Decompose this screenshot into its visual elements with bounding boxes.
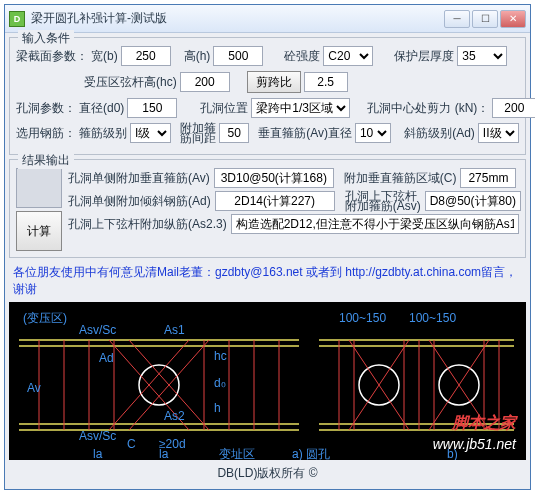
svg-text:a) 圆孔: a) 圆孔	[292, 447, 330, 460]
width-label: 宽(b)	[91, 48, 118, 65]
svg-text:100~150: 100~150	[409, 311, 456, 325]
shear-ratio-button[interactable]: 剪跨比	[247, 71, 301, 93]
av-label: 孔洞单侧附加垂直箍筋(Av)	[68, 170, 210, 187]
svg-text:变址区: 变址区	[219, 447, 255, 460]
c-label: 附加垂直箍筋区域(C)	[344, 170, 457, 187]
window-buttons: ─ ☐ ✕	[444, 10, 526, 28]
minimize-button[interactable]: ─	[444, 10, 470, 28]
svg-text:Av: Av	[27, 381, 41, 395]
concrete-label: 砼强度	[284, 48, 320, 65]
input-groupbox: 输入条件 梁截面参数： 宽(b) 高(h) 砼强度 C20 保护层厚度 35 受…	[9, 37, 526, 155]
diag-grade-label: 斜筋级别(Ad)	[404, 125, 475, 142]
dia-input[interactable]	[127, 98, 177, 118]
height-input[interactable]	[213, 46, 263, 66]
ad-output[interactable]	[215, 191, 335, 211]
svg-text:d₀: d₀	[214, 376, 226, 390]
c-output[interactable]	[460, 168, 516, 188]
asv-label: 孔洞上下弦杆附加箍筋(Asv)	[345, 191, 421, 211]
dia-label: 直径(d0)	[79, 100, 124, 117]
height-label: 高(h)	[184, 48, 211, 65]
svg-text:la: la	[93, 447, 103, 460]
app-window: D 梁开圆孔补强计算-测试版 ─ ☐ ✕ 输入条件 梁截面参数： 宽(b) 高(…	[4, 4, 531, 490]
svg-text:hc: hc	[214, 349, 227, 363]
pos-label: 孔洞位置	[200, 100, 248, 117]
av-output[interactable]	[214, 168, 334, 188]
svg-text:As1: As1	[164, 323, 185, 337]
pos-select[interactable]: 梁跨中1/3区域	[251, 98, 350, 118]
svg-text:(变压区): (变压区)	[23, 311, 67, 325]
output-group-title: 结果输出	[18, 152, 74, 169]
maximize-button[interactable]: ☐	[472, 10, 498, 28]
asv-output[interactable]	[425, 191, 521, 211]
diagram-icon	[16, 168, 62, 208]
as-label: 孔洞上下弦杆附加纵筋(As2.3)	[68, 216, 227, 233]
comp-label: 受压区弦杆高(hc)	[84, 74, 177, 91]
output-groupbox: 结果输出 计算 孔洞单侧附加垂直箍筋(Av) 附加垂直箍筋区域(C) 孔洞单侧附…	[9, 159, 526, 258]
svg-text:h: h	[214, 401, 221, 415]
comp-input[interactable]	[180, 72, 230, 92]
calculate-button[interactable]: 计算	[16, 211, 62, 251]
titlebar: D 梁开圆孔补强计算-测试版 ─ ☐ ✕	[5, 5, 530, 33]
stirrup-spacing-input[interactable]	[219, 123, 249, 143]
shear-input[interactable]	[492, 98, 535, 118]
input-group-title: 输入条件	[18, 30, 74, 47]
svg-text:Asv/Sc: Asv/Sc	[79, 323, 116, 337]
vert-dia-select[interactable]: 10	[355, 123, 391, 143]
stirrup-spacing-label: 附加箍筋间距	[180, 123, 216, 143]
hole-label: 孔洞参数：	[16, 100, 76, 117]
section-label: 梁截面参数：	[16, 48, 88, 65]
app-icon: D	[9, 11, 25, 27]
stirrup-grade-label: 箍筋级别	[79, 125, 127, 142]
svg-text:Ad: Ad	[99, 351, 114, 365]
svg-text:la: la	[159, 447, 169, 460]
svg-text:Asv/Sc: Asv/Sc	[79, 429, 116, 443]
ad-label: 孔洞单侧附加倾斜钢筋(Ad)	[68, 193, 211, 210]
feedback-note: 各位朋友使用中有何意见清Mail老董：gzdbty@163.net 或者到 ht…	[9, 262, 526, 300]
steel-label: 选用钢筋：	[16, 125, 76, 142]
cover-label: 保护层厚度	[394, 48, 454, 65]
svg-text:As2: As2	[164, 409, 185, 423]
width-input[interactable]	[121, 46, 171, 66]
as-output[interactable]	[231, 214, 519, 234]
content-area: 输入条件 梁截面参数： 宽(b) 高(h) 砼强度 C20 保护层厚度 35 受…	[5, 33, 530, 489]
svg-text:C: C	[127, 437, 136, 451]
diag-grade-select[interactable]: II级	[478, 123, 519, 143]
cad-diagram: (变压区)Asv/Sc As1Ad AvAs2 Asv/ScC ≥20dla 变…	[9, 302, 526, 460]
watermark-brand: 脚本之家	[452, 413, 516, 434]
svg-point-8	[139, 365, 179, 405]
watermark-url: www.jb51.net	[433, 436, 516, 452]
window-title: 梁开圆孔补强计算-测试版	[31, 10, 444, 27]
close-button[interactable]: ✕	[500, 10, 526, 28]
copyright-footer: DB(LD)版权所有 ©	[9, 462, 526, 485]
shear-label: 孔洞中心处剪力 (kN)：	[367, 100, 489, 117]
vert-dia-label: 垂直箍筋(Av)直径	[258, 125, 352, 142]
concrete-select[interactable]: C20	[323, 46, 373, 66]
shear-ratio-input[interactable]	[304, 72, 348, 92]
cover-select[interactable]: 35	[457, 46, 507, 66]
svg-text:100~150: 100~150	[339, 311, 386, 325]
stirrup-grade-select[interactable]: I级	[130, 123, 171, 143]
